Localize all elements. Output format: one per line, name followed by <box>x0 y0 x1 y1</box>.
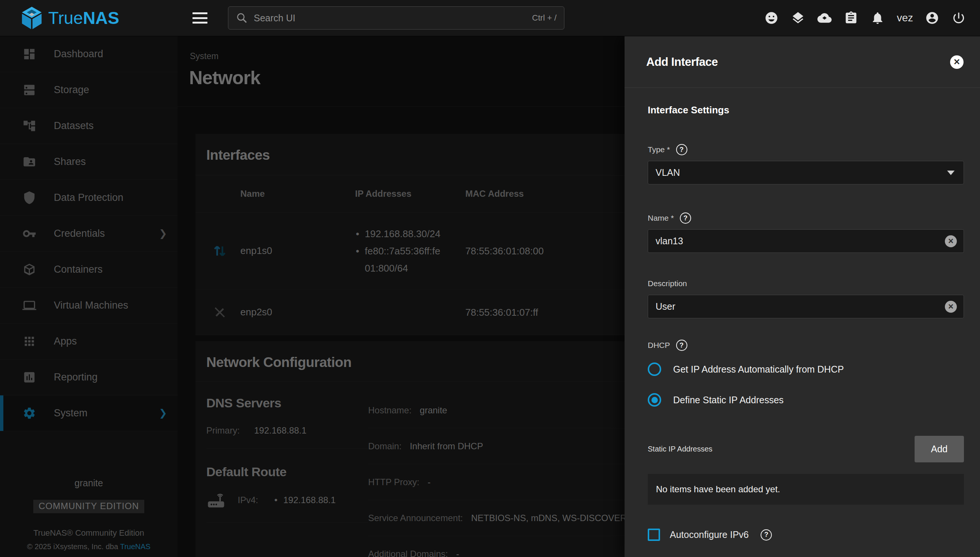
search-icon <box>236 12 248 24</box>
logo-text: TrueNAS <box>48 8 119 28</box>
dhcp-field-label: DHCP <box>648 341 670 350</box>
panel-header: Add Interface ✕ <box>625 36 980 88</box>
type-select-value: VLAN <box>655 167 947 178</box>
autoconfigure-ipv6-checkbox-row[interactable]: Autoconfigure IPv6 ? <box>648 529 964 541</box>
clear-input-icon[interactable]: ✕ <box>945 301 957 313</box>
name-field-label: Name * <box>648 213 674 223</box>
notifications-bell-icon[interactable] <box>870 10 885 25</box>
panel-title: Add Interface <box>646 55 718 69</box>
stacked-layers-icon[interactable] <box>790 10 805 25</box>
static-ip-addresses-label: Static IP Addresses <box>648 445 712 453</box>
add-interface-panel: Add Interface ✕ Interface Settings Type … <box>625 36 980 557</box>
help-icon[interactable]: ? <box>761 529 772 541</box>
help-icon[interactable]: ? <box>680 212 691 224</box>
topbar-actions: vez <box>764 10 980 25</box>
checkbox-unchecked-icon[interactable] <box>648 529 660 541</box>
description-field[interactable] <box>655 301 945 312</box>
description-field-box: ✕ <box>648 295 964 318</box>
radio-dhcp-auto[interactable]: Get IP Address Automatically from DHCP <box>648 362 964 377</box>
interface-settings-heading: Interface Settings <box>648 104 964 116</box>
add-static-ip-button[interactable]: Add <box>915 436 964 463</box>
chevron-down-icon <box>947 171 955 175</box>
help-icon[interactable]: ? <box>676 340 687 351</box>
name-field-box: ✕ <box>648 229 964 253</box>
feedback-smiley-icon[interactable] <box>764 10 779 25</box>
truenas-logo-icon <box>21 6 43 30</box>
user-avatar-icon[interactable] <box>925 10 939 25</box>
topbar: TrueNAS Ctrl + / vez <box>0 0 980 36</box>
search-bar[interactable]: Ctrl + / <box>228 7 565 29</box>
radio-static-ip[interactable]: Define Static IP Addresses <box>648 393 964 407</box>
clear-input-icon[interactable]: ✕ <box>945 235 957 247</box>
radio-selected-icon <box>648 393 661 407</box>
close-icon[interactable]: ✕ <box>950 55 964 69</box>
truenas-logo[interactable]: TrueNAS <box>0 6 177 30</box>
name-field[interactable] <box>655 236 945 246</box>
search-shortcut: Ctrl + / <box>532 13 557 23</box>
app-root: TrueNAS Ctrl + / vez <box>0 0 980 557</box>
empty-list-message: No items have been added yet. <box>648 474 964 505</box>
help-icon[interactable]: ? <box>676 144 687 155</box>
type-select[interactable]: VLAN <box>648 161 964 184</box>
username-label: vez <box>897 12 913 24</box>
description-field-label: Description <box>648 279 687 288</box>
truenas-connect-cloud-icon[interactable] <box>817 10 832 25</box>
power-icon[interactable] <box>951 10 966 25</box>
jobs-clipboard-icon[interactable] <box>844 10 858 25</box>
type-field-label: Type * <box>648 145 670 154</box>
radio-unselected-icon <box>648 363 661 376</box>
menu-hamburger-icon[interactable] <box>193 12 208 24</box>
search-input[interactable] <box>254 13 532 24</box>
panel-body: Interface Settings Type * ? VLAN Name * … <box>625 104 980 541</box>
